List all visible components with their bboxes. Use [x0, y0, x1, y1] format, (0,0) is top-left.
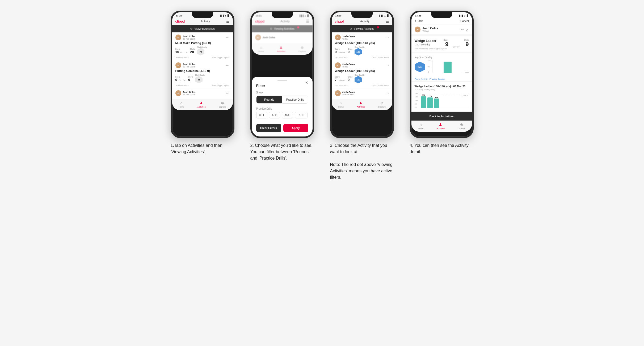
shots-label-1-2: Shots [188, 76, 193, 78]
nav-activities-2[interactable]: ♟ Activities [277, 45, 285, 53]
viewing-activities-bar-2[interactable]: ⚙ Viewing Activities [252, 25, 313, 32]
signal-icon-3: ▐▐▐ [379, 15, 383, 17]
stats-row-1-2: Score 0 OUT OF Shots 9 [175, 74, 230, 83]
card-menu-1-2[interactable]: ··· [226, 63, 229, 67]
activity-card-1-1[interactable]: JC Josh Coles 28 Feb 2023 ··· Must Make … [172, 32, 233, 60]
edit-icon[interactable]: ✏ [461, 28, 464, 32]
avatar-1-3: JC [175, 90, 181, 96]
red-dot-3 [377, 26, 379, 28]
nav-activities-3[interactable]: ♟ Activities [357, 101, 365, 108]
activity-title-3-2: Wedge Ladder (100–140 yds) [335, 69, 389, 72]
hamburger-menu-2[interactable]: ☰ [306, 19, 309, 23]
nav-home-2[interactable]: ⌂ Home [258, 45, 264, 53]
activity-card-3-2[interactable]: JC Josh Coles Today ··· Wedge Ladder (10… [332, 60, 392, 88]
wifi-icon-1: ▲ [225, 15, 227, 17]
chart-x-label: APP [465, 72, 469, 74]
detail-drill-title: Wedge Ladder [415, 39, 436, 43]
user-name-date-2-blur: Josh Coles [263, 36, 275, 39]
hamburger-menu-1[interactable]: ☰ [226, 19, 230, 23]
user-info-3-3: JC Josh Coles 28 Feb 2023 [335, 90, 355, 96]
user-info-1-3: JC Josh Coles 28 Feb 2023 [175, 90, 196, 96]
activity-card-1-2[interactable]: JC Josh Coles 28 Feb 2023 ··· Putting Co… [172, 60, 233, 88]
user-date-3-2: Today [342, 66, 355, 68]
outof-text-1-1: OUT OF [180, 52, 187, 53]
nav-capture-4[interactable]: ⊕ Capture [458, 122, 465, 130]
filter-icon-2: ⚙ [270, 27, 272, 31]
nav-activities-4[interactable]: ♟ Activities [436, 122, 445, 130]
nav-home-1[interactable]: ⌂ Home [179, 101, 184, 108]
filter-icon-1: ⚙ [190, 27, 193, 31]
wedge-title: Wedge Ladder (100–140 yds) - 06 Mar 23 [415, 85, 469, 88]
detail-user-row: JC Josh Coles Today ✏ ⤢ [411, 24, 472, 35]
viewing-activities-label-2: Viewing Activities [274, 27, 294, 30]
viewing-activities-bar-1[interactable]: ⚙ Viewing Activities [172, 25, 233, 32]
activity-title-1-2: Putting Combine (3-15 ft) [175, 69, 230, 72]
user-name-date-3-1: Josh Coles Today [342, 35, 355, 40]
nav-capture-1[interactable]: ⊕ Capture [219, 101, 226, 108]
nav-home-label-2: Home [258, 50, 264, 53]
back-button[interactable]: < Back [415, 20, 423, 23]
activity-title-1-1: Must Make Putting (3-6 ft) [175, 41, 230, 45]
shots-group-1-1: Shots 20 [190, 48, 195, 54]
capture-icon-2: ⊕ [301, 45, 304, 50]
quality-hex-1-1: 75 [197, 48, 204, 55]
detail-avatar: JC [415, 27, 420, 32]
card-info-1-1: Test Information [175, 57, 189, 58]
avg-chart: 100 50 0 [428, 60, 462, 74]
quality-label-3-1: Shot Quality [355, 46, 365, 48]
quality-label-3-2: Shot Quality [355, 74, 365, 76]
expand-icon[interactable]: ⤢ [466, 28, 469, 32]
scroll-area-2: JC Josh Coles [252, 32, 313, 44]
card-footer-3-2: Test Information Data: Clippd Capture [335, 84, 389, 86]
nav-activities-label-2: Activities [277, 50, 285, 53]
back-to-activities-button[interactable]: Back to Activities [411, 112, 472, 121]
nav-capture-3[interactable]: ⊕ Capture [378, 101, 386, 108]
caption-3: 3. Choose the Activity that you want to … [330, 142, 394, 181]
user-name-date-1-1: Josh Coles 28 Feb 2023 [183, 35, 196, 40]
detail-score-section: Wedge Ladder (100–140 yds) Score 9 [411, 36, 472, 52]
phone-2: 13:21 ▐▐▐ ▲ ▉ clippd Activity ☰ ⚙ [250, 11, 314, 138]
status-time-3: 13:20 [335, 14, 342, 17]
hamburger-menu-3[interactable]: ☰ [386, 19, 389, 23]
wifi-icon-3: ▲ [384, 15, 386, 17]
cancel-button[interactable]: Cancel [460, 20, 469, 23]
app-logo-1: clippd [175, 19, 185, 23]
quality-hex-3-1: 130 [355, 48, 362, 55]
wedge-bar-3: 124 [434, 96, 439, 108]
nav-capture-2[interactable]: ⊕ Capture [298, 45, 306, 53]
activity-card-3-1[interactable]: JC Josh Coles Today ··· Wedge Ladder (10… [332, 32, 392, 60]
card-header-3-2: JC Josh Coles Today ··· [335, 62, 389, 68]
stat-outof-1-1: 10 OUT OF [175, 50, 188, 54]
capture-icon-4: ⊕ [460, 122, 463, 127]
card-menu-1-1[interactable]: ··· [226, 36, 229, 39]
card-menu-1-3[interactable]: ··· [226, 91, 229, 95]
card-menu-3-2[interactable]: ··· [385, 63, 389, 67]
activity-card-3-3[interactable]: JC Josh Coles 28 Feb 2023 ··· [332, 88, 392, 99]
nav-activities-1[interactable]: ♟ Activities [197, 101, 206, 108]
activities-icon-3: ♟ [359, 101, 363, 105]
caption-4: 4. You can then see the Activity detail. [410, 142, 474, 155]
detail-user-name: Josh Coles [423, 27, 438, 30]
nav-activities-label-3: Activities [357, 106, 365, 108]
detail-drill-subtitle: (100–140 yds) [415, 43, 436, 46]
nav-home-4[interactable]: ⌂ Home [418, 122, 423, 130]
card-menu-3-1[interactable]: ··· [385, 36, 389, 39]
phone-col-3: 13:20 ▐▐▐ ▲ ▉ clippd Activity ☰ ⚙ [326, 11, 398, 181]
activities-icon-2: ♟ [279, 45, 283, 50]
activity-card-1-3[interactable]: JC Josh Coles 28 Feb 2023 ··· [172, 88, 233, 99]
stat-outof-3-1: 9 OUT OF [335, 50, 346, 54]
phone-inner-3: 13:20 ▐▐▐ ▲ ▉ clippd Activity ☰ ⚙ [332, 12, 392, 110]
user-name-2-blur: Josh Coles [263, 36, 275, 39]
quality-group-1-1: Shot Quality 75 [197, 46, 207, 55]
wifi-icon-2: ▲ [304, 15, 306, 17]
card-footer-1-1: Test Information Data: Clippd Capture [175, 57, 230, 58]
user-name-date-1-3: Josh Coles 28 Feb 2023 [183, 91, 196, 96]
practice-session-link[interactable]: Practice Session [430, 78, 445, 80]
stats-row-3-2: Score 7 OUT OF Shots 9 [335, 74, 389, 83]
card-menu-3-3[interactable]: ··· [385, 91, 389, 95]
nav-home-3[interactable]: ⌂ Home [338, 101, 344, 108]
viewing-activities-bar-3[interactable]: ⚙ Viewing Activities [332, 25, 392, 32]
avatar-3-3: JC [335, 90, 341, 96]
battery-icon-4: ▉ [467, 15, 468, 17]
score-value-1-2: 0 [175, 78, 177, 82]
